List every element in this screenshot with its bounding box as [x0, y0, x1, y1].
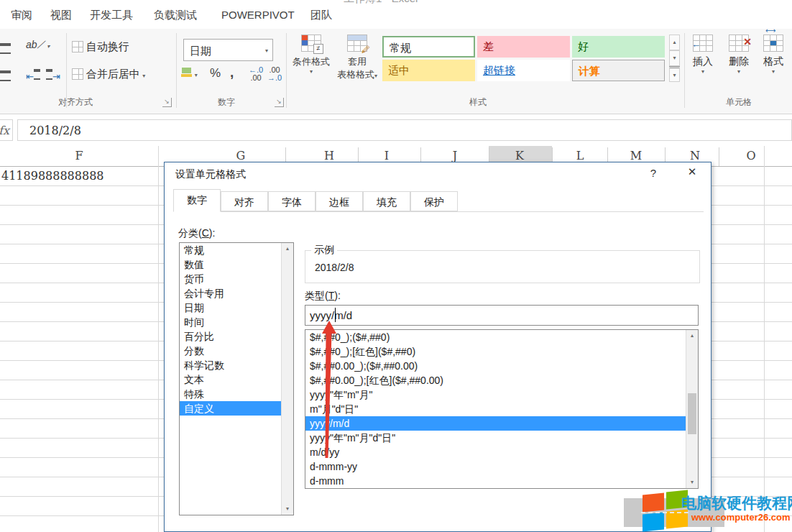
styles-gallery-more-button[interactable]: ▾ [669, 66, 680, 82]
formula-input[interactable]: 2018/2/8 [17, 119, 792, 141]
ribbon-tab-team[interactable]: 团队 [310, 9, 332, 22]
watermark-site-url: www.computer26.com [691, 512, 791, 523]
category-percentage[interactable]: 百分比 [180, 329, 282, 344]
increase-indent-icon[interactable]: ⇥ [46, 69, 60, 82]
category-listbox[interactable]: 常规 数值 货币 会计专用 日期 时间 百分比 分数 科学记数 文本 特殊 自定… [179, 242, 294, 515]
comma-style-button[interactable]: , [230, 65, 234, 81]
category-scrollbar[interactable]: ▴ ▾ [281, 243, 293, 515]
scroll-down-icon[interactable]: ▾ [686, 477, 698, 488]
dialog-tab-font[interactable]: 字体 [268, 191, 316, 211]
align-middle-icon[interactable] [0, 43, 11, 56]
decrease-decimal-button[interactable]: .00 →.0 [267, 66, 282, 82]
category-date[interactable]: 日期 [180, 301, 282, 315]
dialog-tab-number[interactable]: 数字 [173, 189, 221, 212]
dialog-help-button[interactable]: ? [645, 167, 662, 183]
style-chip-calc[interactable]: 计算 [572, 60, 665, 81]
cell-f1-value[interactable]: 41189888888888 [1, 169, 104, 183]
format-item[interactable]: d-mmm [305, 474, 687, 488]
category-fraction[interactable]: 分数 [180, 344, 282, 358]
category-number[interactable]: 数值 [180, 257, 282, 272]
style-chip-bad[interactable]: 差 [477, 36, 570, 58]
format-scrollbar[interactable]: ▴ ▾ [686, 330, 698, 488]
format-item[interactable]: $#,##0_);($#,##0) [305, 330, 687, 344]
insert-cells-icon: ← [693, 35, 713, 52]
delete-cells-button[interactable]: ✕ 删除 ▾ [724, 35, 753, 75]
ribbon-tab-review[interactable]: 审阅 [11, 9, 32, 22]
style-chip-hyperlink[interactable]: 超链接 [477, 60, 570, 81]
group-label-number: 数字 [187, 96, 266, 109]
format-item[interactable]: $#,##0_);[红色]($#,##0) [305, 344, 687, 359]
category-accounting[interactable]: 会计专用 [180, 286, 282, 301]
number-format-dropdown[interactable]: 日期 ▾ [183, 39, 273, 61]
close-icon[interactable]: ✕ [681, 165, 704, 183]
dialog-tab-fill[interactable]: 填充 [363, 191, 410, 211]
column-header-j[interactable]: J [453, 149, 457, 162]
format-as-table-button[interactable]: 🖉 套用 表格格式▾ [335, 35, 379, 81]
style-chip-good[interactable]: 好 [572, 36, 665, 58]
category-text[interactable]: 文本 [180, 372, 282, 387]
group-label-styles: 样式 [431, 96, 525, 109]
format-listbox[interactable]: $#,##0_);($#,##0) $#,##0_);[红色]($#,##0) … [305, 329, 699, 489]
sample-groupbox [305, 250, 700, 283]
type-input[interactable]: yyyy/m/d [305, 305, 699, 326]
fx-icon[interactable]: fx [0, 119, 13, 141]
format-item[interactable]: m/d/yy [305, 445, 687, 459]
dialog-tab-protection[interactable]: 保护 [410, 191, 458, 211]
ribbon-tab-bar: 审阅 视图 开发工具 负载测试 POWERPIVOT 团队 [0, 6, 792, 29]
wrap-text-button[interactable]: 自动换行 [72, 40, 129, 54]
style-chip-neutral[interactable]: 适中 [382, 60, 475, 81]
merge-center-button[interactable]: 合并后居中 ▾ [72, 68, 145, 81]
ribbon-tab-powerpivot[interactable]: POWERPIVOT [221, 9, 295, 21]
group-label-alignment: 对齐方式 [29, 96, 122, 109]
format-cells-button[interactable]: ⟷ 格式 ▾ [759, 35, 788, 75]
scrollbar-thumb[interactable] [688, 393, 696, 434]
format-item-selected[interactable]: yyyy/m/d [305, 416, 687, 431]
column-header-f[interactable]: F [75, 149, 83, 162]
category-time[interactable]: 时间 [180, 315, 282, 329]
watermark-site-name: 电脑软硬件教程网 [681, 493, 792, 513]
column-header-h[interactable]: H [324, 149, 334, 162]
style-chip-normal[interactable]: 常规 [382, 36, 475, 58]
category-general[interactable]: 常规 [180, 243, 282, 257]
column-header-i[interactable]: I [385, 149, 389, 162]
ribbon-tab-developer[interactable]: 开发工具 [90, 9, 133, 22]
number-dialog-launcher[interactable]: ↘ [275, 98, 284, 107]
merge-center-icon [72, 68, 83, 80]
styles-gallery-down-button[interactable]: ▾ [669, 50, 680, 66]
orientation-icon[interactable]: ab⟋ ▾ [26, 39, 50, 51]
format-item[interactable]: d-mmm-yy [305, 459, 687, 474]
category-scientific[interactable]: 科学记数 [180, 358, 282, 372]
dialog-tab-alignment[interactable]: 对齐 [221, 191, 268, 211]
align-left-icon[interactable] [0, 70, 11, 83]
format-item[interactable]: $#,##0.00_);[红色]($#,##0.00) [305, 373, 687, 387]
windows-flag-icon [643, 492, 664, 512]
insert-cells-button[interactable]: ← 插入 ▾ [689, 35, 717, 75]
category-special[interactable]: 特殊 [180, 387, 282, 401]
ribbon-tab-view[interactable]: 视图 [50, 9, 72, 22]
alignment-dialog-launcher[interactable]: ↘ [162, 98, 172, 107]
conditional-formatting-button[interactable]: ≠ 条件格式 ▾ [289, 35, 333, 75]
format-item[interactable]: yyyy"年"m"月"d"日" [305, 431, 687, 445]
percent-style-button[interactable]: % [210, 66, 221, 81]
scroll-up-icon[interactable]: ▴ [686, 330, 698, 341]
scroll-up-icon[interactable]: ▴ [282, 243, 293, 254]
column-header-n[interactable]: N [690, 149, 700, 162]
column-header-l[interactable]: L [576, 149, 584, 162]
column-header-o[interactable]: O [746, 149, 755, 162]
format-item[interactable]: $#,##0.00_);($#,##0.00) [305, 359, 687, 373]
styles-gallery-up-button[interactable]: ▴ [669, 35, 680, 50]
format-item[interactable]: yyyy"年"m"月" [305, 387, 687, 402]
accounting-format-button[interactable]: ▾ [181, 68, 198, 79]
category-custom[interactable]: 自定义 [180, 401, 282, 416]
dialog-tab-border[interactable]: 边框 [316, 191, 363, 211]
decrease-indent-icon[interactable]: ⇤ [26, 69, 40, 82]
scroll-down-icon[interactable]: ▾ [282, 503, 293, 515]
text-cursor [335, 308, 336, 322]
column-header-k[interactable]: K [515, 149, 524, 162]
column-header-m[interactable]: M [630, 149, 642, 162]
column-header-g[interactable]: G [236, 149, 246, 162]
format-item[interactable]: m"月"d"日" [305, 402, 687, 416]
category-currency[interactable]: 货币 [180, 272, 282, 286]
increase-decimal-button[interactable]: ←.0 .00 [249, 66, 263, 82]
ribbon-tab-loadtest[interactable]: 负载测试 [154, 9, 197, 22]
